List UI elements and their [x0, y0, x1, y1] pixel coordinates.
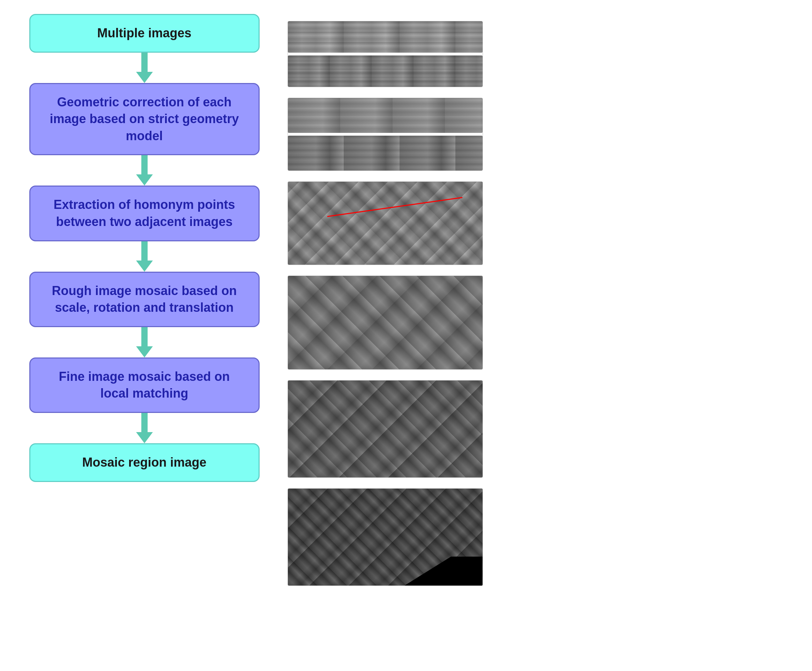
arrow-shaft: [141, 413, 148, 432]
box-label: Extraction of homonym points between two…: [53, 198, 235, 229]
box-rough-mosaic: Rough image mosaic based on scale, rotat…: [29, 272, 259, 327]
main-container: Multiple images Geometric correction of …: [22, 14, 790, 586]
arrow-3: [136, 241, 153, 272]
images-column: [288, 14, 790, 586]
image-geometric: [288, 98, 483, 171]
box-label: Rough image mosaic based on scale, rotat…: [52, 284, 237, 315]
image-homonym: [288, 181, 483, 265]
arrow-2: [136, 155, 153, 186]
box-geometric-correction: Geometric correction of each image based…: [29, 83, 259, 155]
arrow-shaft: [141, 53, 148, 72]
box-mosaic-region: Mosaic region image: [29, 443, 259, 482]
arrow-head: [136, 174, 153, 186]
box-label: Mosaic region image: [82, 455, 206, 469]
image-multiple: [288, 21, 483, 87]
arrow-1: [136, 53, 153, 83]
arrow-4: [136, 327, 153, 358]
arrow-head: [136, 432, 153, 443]
arrow-head: [136, 261, 153, 272]
arrow-shaft: [141, 155, 148, 174]
box-label: Geometric correction of each image based…: [49, 95, 239, 143]
box-label: Multiple images: [97, 26, 191, 40]
strip-image-bottom: [288, 55, 483, 87]
box-label: Fine image mosaic based on local matchin…: [59, 370, 230, 401]
strip-image-mid-top: [288, 98, 483, 133]
box-homonym-points: Extraction of homonym points between two…: [29, 186, 259, 241]
box-multiple-images: Multiple images: [29, 14, 259, 53]
arrow-head: [136, 346, 153, 358]
image-fine-mosaic: [288, 380, 483, 478]
arrow-5: [136, 413, 153, 443]
flowchart-column: Multiple images Geometric correction of …: [22, 14, 266, 586]
box-fine-mosaic: Fine image mosaic based on local matchin…: [29, 358, 259, 413]
arrow-shaft: [141, 327, 148, 346]
arrow-head: [136, 72, 153, 83]
strip-image-top: [288, 21, 483, 53]
strip-image-mid-bottom: [288, 136, 483, 170]
image-rough-mosaic: [288, 276, 483, 370]
arrow-shaft: [141, 241, 148, 261]
image-mosaic-region: [288, 488, 483, 586]
